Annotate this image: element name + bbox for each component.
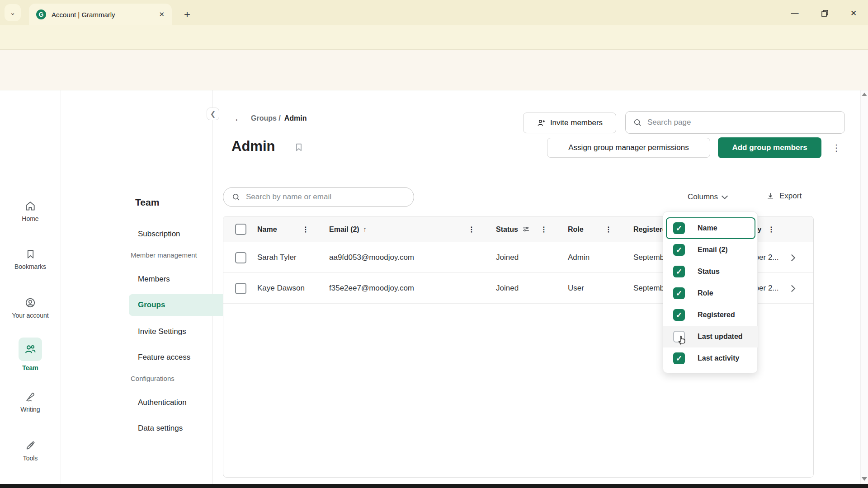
sort-ascending-icon[interactable]: ↑: [363, 225, 367, 234]
role-column-kebab-icon[interactable]: ⋮: [604, 216, 613, 242]
cell-email: f35e2ee7@moodjoy.com: [329, 273, 414, 304]
chevron-down-icon: [722, 193, 728, 199]
rail-item-your-account[interactable]: Your account: [0, 297, 61, 319]
new-tab-button[interactable]: +: [180, 7, 194, 22]
home-icon: [24, 200, 36, 212]
last-activity-column-kebab-icon[interactable]: ⋮: [767, 216, 776, 242]
scroll-down-arrow-icon[interactable]: [862, 477, 867, 481]
rail-item-team[interactable]: Team: [0, 338, 61, 371]
columns-menu-item-email[interactable]: ✓ Email (2): [663, 239, 758, 261]
tab-close-icon[interactable]: ✕: [159, 10, 165, 19]
status-header-label: Status: [496, 225, 518, 234]
chevron-down-icon: ⌄: [10, 9, 16, 17]
row-expand-chevron-icon[interactable]: [789, 273, 794, 304]
app-header: G grammarly Invite members: [0, 50, 868, 90]
add-group-members-button[interactable]: Add group members: [718, 137, 821, 158]
invite-members-button[interactable]: Invite members: [523, 113, 616, 133]
team-icon: [24, 343, 37, 356]
cell-role: User: [568, 273, 584, 304]
checkbox-checked-icon[interactable]: ✓: [673, 352, 685, 364]
row-expand-chevron-icon[interactable]: [789, 242, 794, 273]
column-header-email[interactable]: Email (2) ↑: [329, 216, 367, 242]
checkbox-checked-icon[interactable]: ✓: [673, 222, 685, 234]
menu-item-label: Name: [698, 224, 717, 232]
cell-name: Kaye Dawson: [257, 273, 305, 304]
columns-menu-item-status[interactable]: ✓ Status: [663, 261, 758, 282]
row-checkbox[interactable]: [235, 273, 246, 304]
breadcrumb-groups-link[interactable]: Groups /: [251, 114, 281, 122]
columns-dropdown-button[interactable]: Columns: [688, 192, 727, 202]
email-column-kebab-icon[interactable]: ⋮: [467, 216, 476, 242]
tab-search-button[interactable]: ⌄: [5, 4, 21, 21]
download-icon: [766, 192, 775, 201]
name-column-kebab-icon[interactable]: ⋮: [301, 216, 310, 242]
columns-menu-item-last-updated[interactable]: Last updated: [663, 326, 758, 347]
member-search-input[interactable]: [246, 192, 406, 202]
member-search-box[interactable]: [223, 187, 414, 207]
cell-role: Admin: [568, 242, 590, 273]
email-header-label: Email (2): [329, 225, 359, 234]
rail-label: Writing: [20, 406, 40, 413]
browser-tab[interactable]: G Account | Grammarly ✕: [29, 4, 172, 25]
rail-item-home[interactable]: Home: [0, 200, 61, 222]
bottom-edge: [0, 484, 868, 488]
row-checkbox[interactable]: [235, 242, 246, 273]
column-header-name[interactable]: Name: [257, 216, 277, 242]
tab-title: Account | Grammarly: [52, 11, 154, 19]
rail-item-bookmarks[interactable]: Bookmarks: [0, 249, 61, 270]
window-minimize-button[interactable]: —: [786, 6, 804, 20]
rail-label: Home: [22, 215, 38, 222]
status-column-kebab-icon[interactable]: ⋮: [539, 216, 548, 242]
invite-members-label: Invite members: [550, 118, 603, 127]
sidebar-title: Team: [135, 197, 159, 208]
columns-menu-item-registered[interactable]: ✓ Registered: [663, 304, 758, 326]
page-search-box[interactable]: [625, 111, 845, 134]
page-actions-kebab-icon[interactable]: ⋮: [830, 141, 843, 155]
checkbox-checked-icon[interactable]: ✓: [673, 309, 685, 321]
restore-icon: [821, 10, 828, 17]
account-icon: [24, 297, 36, 309]
scroll-up-arrow-icon[interactable]: [862, 93, 867, 96]
cell-email: aa9fd053@moodjoy.com: [329, 242, 414, 273]
rail-label: Bookmarks: [14, 263, 46, 270]
browser-toolbar: ← → ⟳ account.grammarly.com/admin/groups…: [0, 25, 868, 50]
rail-item-writing[interactable]: Writing: [0, 391, 61, 413]
window-restore-button[interactable]: [816, 6, 834, 20]
checkbox-checked-icon[interactable]: ✓: [673, 244, 685, 256]
select-all-checkbox[interactable]: [235, 216, 246, 242]
rail-item-tools[interactable]: Tools: [0, 440, 61, 462]
page-search-input[interactable]: [647, 118, 837, 127]
column-header-status[interactable]: Status: [496, 216, 530, 242]
menu-item-label: Email (2): [698, 246, 728, 254]
rail-label: Team: [22, 364, 38, 371]
page-title: Admin: [231, 138, 275, 155]
tools-icon: [24, 440, 36, 451]
export-button[interactable]: Export: [766, 192, 802, 201]
filter-icon[interactable]: [522, 225, 530, 234]
title-bookmark-icon[interactable]: [294, 142, 304, 152]
screen: ⌄ G Account | Grammarly ✕ + — ✕ ← → ⟳ ac…: [0, 0, 868, 488]
rail-label: Your account: [12, 312, 48, 319]
columns-menu-item-role[interactable]: ✓ Role: [663, 282, 758, 304]
checkbox-checked-icon[interactable]: ✓: [673, 287, 685, 299]
menu-item-label: Registered: [698, 311, 735, 319]
back-arrow-icon[interactable]: ←: [234, 113, 244, 124]
section-label: Member management: [131, 251, 197, 259]
assign-permissions-button[interactable]: Assign group manager permissions: [547, 138, 710, 158]
columns-menu-item-last-activity[interactable]: ✓ Last activity: [663, 347, 758, 369]
person-add-icon: [537, 118, 546, 127]
sidebar-item-label: Subscription: [138, 230, 180, 239]
column-header-role[interactable]: Role: [568, 216, 584, 242]
sidebar-item-label: Groups: [138, 300, 165, 310]
grammarly-favicon: G: [36, 9, 46, 19]
cell-status: Joined: [496, 242, 519, 273]
page-scrollbar[interactable]: [860, 90, 868, 484]
menu-item-label: Role: [698, 289, 713, 297]
sidebar-collapse-button[interactable]: ❮: [207, 108, 219, 120]
window-close-button[interactable]: ✕: [844, 6, 863, 20]
menu-item-label: Status: [698, 267, 720, 276]
columns-menu-item-name[interactable]: ✓ Name: [663, 217, 758, 239]
bookmark-icon: [25, 249, 36, 260]
sidebar-item-label: Invite Settings: [138, 327, 186, 336]
checkbox-checked-icon[interactable]: ✓: [673, 266, 685, 277]
